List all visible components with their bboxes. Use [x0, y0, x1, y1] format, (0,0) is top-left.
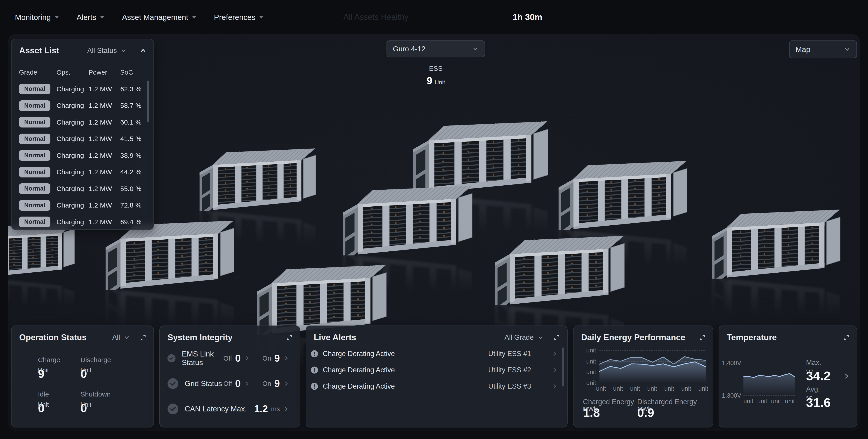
collapse-panel-button[interactable]	[140, 47, 147, 54]
metric-label: Idle	[38, 390, 49, 398]
off-value: 0	[235, 378, 241, 389]
site-selector[interactable]: Guro 4-12	[386, 40, 485, 57]
expand-panel-button[interactable]	[699, 334, 706, 341]
session-timer: 1h 30m	[513, 0, 542, 34]
operation-filter-dropdown[interactable]: All	[112, 334, 130, 342]
metric-unit: Unit	[81, 401, 91, 408]
nav-item-monitoring[interactable]: Monitoring	[15, 13, 59, 22]
table-row[interactable]: Normal Charging 1.2 MW 55.0 %	[19, 180, 145, 197]
soc-cell: 55.0 %	[120, 185, 145, 193]
ess-container-graphic	[492, 232, 625, 305]
asset-table-body: Normal Charging 1.2 MW 62.3 % Normal Cha…	[19, 81, 145, 230]
scrollbar[interactable]	[147, 81, 149, 122]
chevron-right-icon[interactable]	[283, 355, 289, 362]
chevron-right-icon[interactable]	[551, 383, 558, 390]
metric-label: Shutdown	[81, 390, 111, 398]
ess-container-graphic	[709, 207, 840, 279]
table-row[interactable]: Normal Charging 1.2 MW 62.3 %	[19, 81, 145, 97]
table-row[interactable]: Normal Charging 1.2 MW 38.9 %	[19, 147, 145, 164]
metric-label: Discharge	[81, 356, 111, 364]
grid-status-row: Grid Status Off 0 On 9	[167, 376, 289, 391]
ess-count-unit: Unit	[435, 79, 445, 86]
latency-unit: ms	[271, 405, 280, 413]
nav-item-asset-management[interactable]: Asset Management	[122, 13, 196, 22]
table-row[interactable]: Normal Charging 1.2 MW 41.5 %	[19, 131, 145, 147]
grade-filter-dropdown[interactable]: All Grade	[504, 334, 544, 342]
avg-temp-value: 31.6 °C	[806, 395, 831, 410]
ops-cell: Charging	[57, 102, 89, 109]
expand-panel-button[interactable]	[553, 334, 560, 341]
table-row[interactable]: Normal Charging 1.2 MW 72.8 %	[19, 197, 145, 214]
column-ops: Ops.	[57, 69, 89, 76]
ess-container-graphic	[254, 262, 386, 335]
status-filter-dropdown[interactable]: All Status	[87, 46, 127, 55]
ess-container-graphic	[340, 183, 472, 255]
metric-unit: Unit	[38, 367, 49, 374]
column-soc: SoC	[120, 69, 145, 76]
power-cell: 1.2 MW	[89, 168, 120, 176]
x-axis-tick: unit	[771, 398, 781, 405]
panel-title: Asset List	[19, 46, 59, 55]
map-view-selector[interactable]: Map	[789, 40, 857, 58]
soc-cell: 38.9 %	[120, 152, 145, 159]
alert-row[interactable]: Charge Derating Active Utility ESS #1	[311, 347, 557, 360]
chevron-right-icon[interactable]	[244, 380, 250, 387]
expand-panel-button[interactable]	[140, 334, 147, 341]
soc-cell: 58.7 %	[120, 102, 145, 109]
chevron-right-icon[interactable]	[244, 355, 250, 362]
chevron-right-icon[interactable]	[843, 372, 850, 380]
off-label: Off	[223, 380, 232, 387]
table-row[interactable]: Normal Charging 1.2 MW 44.2 %	[19, 164, 145, 181]
soc-cell: 44.2 %	[120, 168, 145, 176]
chevron-right-icon[interactable]	[551, 367, 558, 373]
max-temp-value: 34.2 °C	[806, 369, 831, 383]
chevron-down-icon	[537, 334, 544, 341]
grade-badge: Normal	[19, 100, 51, 111]
table-row[interactable]: Normal Charging 1.2 MW 58.7 %	[19, 97, 145, 114]
on-value: 9	[274, 378, 280, 389]
expand-panel-button[interactable]	[843, 334, 850, 341]
max-temp-unit: °C	[806, 369, 813, 375]
discharged-energy-label: Discharged Energy	[637, 398, 697, 406]
alert-row[interactable]: Charge Derating Active Utility ESS #2	[311, 363, 557, 377]
discharged-energy-unit: MWh	[637, 406, 651, 412]
expand-icon	[286, 334, 293, 341]
off-value: 0	[235, 353, 241, 364]
expand-panel-button[interactable]	[286, 334, 293, 341]
alert-site: Utility ESS #2	[488, 366, 531, 374]
charged-energy-value: 1.8 MWh	[583, 406, 600, 419]
map-scene: Guro 4-12 ESS 9Unit Map Asset List All S…	[8, 34, 860, 431]
y-axis-tick: unit	[582, 380, 596, 386]
x-axis-labels: unit unit unit unit	[743, 398, 795, 405]
nav-item-preferences[interactable]: Preferences	[214, 13, 264, 22]
charged-energy-unit: MWh	[583, 406, 597, 412]
panel-title: Daily Energy Performance	[581, 333, 685, 342]
scrollbar[interactable]	[562, 347, 564, 386]
ops-cell: Charging	[57, 85, 89, 93]
soc-cell: 72.8 %	[120, 201, 145, 209]
chevron-down-icon	[121, 48, 127, 54]
map-view-value: Map	[796, 45, 810, 54]
nav-item-alerts[interactable]: Alerts	[76, 13, 104, 22]
alert-message: Charge Derating Active	[323, 366, 395, 374]
alert-row[interactable]: Charge Derating Active Utility ESS #3	[311, 380, 557, 393]
on-value: 9	[274, 353, 280, 364]
y-axis-tick: 1,300V	[721, 392, 741, 399]
table-row[interactable]: Normal Charging 1.2 MW 60.1 %	[19, 114, 145, 131]
chevron-right-icon[interactable]	[283, 380, 289, 387]
live-alerts-panel: Live Alerts All Grade Charge Derating Ac…	[306, 325, 567, 428]
table-row[interactable]: Normal Charging 1.2 MW 69.4 %	[19, 214, 145, 230]
metric-unit: Unit	[81, 367, 91, 374]
chevron-right-icon[interactable]	[551, 350, 558, 357]
panel-title: Operation Status	[19, 333, 87, 342]
ess-container-unit[interactable]	[8, 220, 74, 335]
x-axis-tick: unit	[681, 385, 691, 392]
ems-link-status-row: EMS Link Status Off 0 On 9	[167, 351, 289, 366]
on-label: On	[262, 355, 271, 362]
asset-list-panel: Asset List All Status Grade Ops. Power S…	[11, 39, 154, 230]
nav-item-label: Monitoring	[15, 13, 51, 22]
alert-site: Utility ESS #1	[488, 350, 531, 358]
chevron-right-icon[interactable]	[283, 406, 289, 412]
grade-badge: Normal	[19, 134, 51, 144]
grade-filter-value: All Grade	[504, 334, 534, 342]
